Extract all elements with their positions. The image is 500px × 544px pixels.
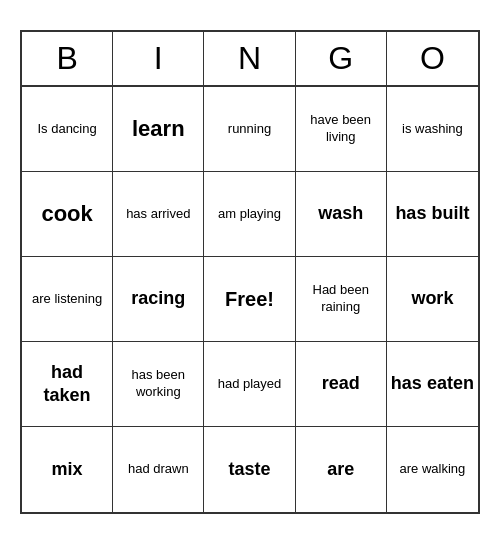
- bingo-cell: racing: [113, 257, 204, 342]
- bingo-cell: running: [204, 87, 295, 172]
- bingo-cell: taste: [204, 427, 295, 512]
- bingo-cell: have been living: [296, 87, 387, 172]
- bingo-grid: Is dancinglearnrunninghave been livingis…: [22, 87, 478, 512]
- bingo-cell: mix: [22, 427, 113, 512]
- bingo-cell: had played: [204, 342, 295, 427]
- bingo-cell: has been working: [113, 342, 204, 427]
- bingo-cell: has arrived: [113, 172, 204, 257]
- header-letter: O: [387, 32, 478, 85]
- bingo-cell: am playing: [204, 172, 295, 257]
- bingo-cell: has eaten: [387, 342, 478, 427]
- bingo-cell: are: [296, 427, 387, 512]
- bingo-cell: is washing: [387, 87, 478, 172]
- bingo-cell: Is dancing: [22, 87, 113, 172]
- bingo-cell: are listening: [22, 257, 113, 342]
- bingo-cell: work: [387, 257, 478, 342]
- bingo-cell: had taken: [22, 342, 113, 427]
- bingo-cell: wash: [296, 172, 387, 257]
- bingo-cell: cook: [22, 172, 113, 257]
- bingo-cell: Free!: [204, 257, 295, 342]
- bingo-card: BINGO Is dancinglearnrunninghave been li…: [20, 30, 480, 514]
- header-letter: I: [113, 32, 204, 85]
- bingo-cell: read: [296, 342, 387, 427]
- header-letter: N: [204, 32, 295, 85]
- header-letter: G: [296, 32, 387, 85]
- bingo-cell: has built: [387, 172, 478, 257]
- header-letter: B: [22, 32, 113, 85]
- bingo-cell: learn: [113, 87, 204, 172]
- bingo-cell: Had been raining: [296, 257, 387, 342]
- bingo-header: BINGO: [22, 32, 478, 87]
- bingo-cell: are walking: [387, 427, 478, 512]
- bingo-cell: had drawn: [113, 427, 204, 512]
